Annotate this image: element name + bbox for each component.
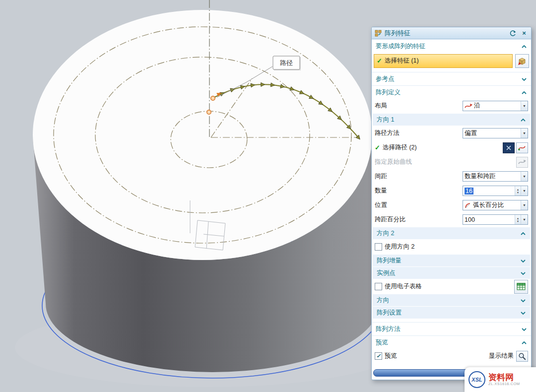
use-spreadsheet-label: 使用电子表格 xyxy=(385,282,422,291)
reset-icon[interactable] xyxy=(509,30,517,37)
spreadsheet-icon xyxy=(517,282,526,291)
path-tooltip: 路径 xyxy=(273,56,301,70)
chevron-down-icon: ▼ xyxy=(521,172,528,181)
chevron-down-icon: ▼ xyxy=(521,186,528,196)
group-header-definition[interactable]: 阵列定义 xyxy=(372,85,531,99)
curve-selection-button[interactable] xyxy=(516,142,528,153)
pattern-feature-icon xyxy=(375,30,382,37)
span-row: 跨距百分比 100 ▲▼ ▼ xyxy=(372,212,531,227)
location-value: 弧长百分比 xyxy=(473,201,521,209)
curve-disabled-icon xyxy=(518,159,526,165)
use-spreadsheet-checkbox[interactable] xyxy=(375,283,382,290)
chevron-down-icon xyxy=(520,270,526,276)
along-path-icon xyxy=(465,103,472,109)
site-url: ZL.XS1616.COM xyxy=(488,382,520,387)
close-icon[interactable]: × xyxy=(520,29,528,37)
subgroup-header-orientation[interactable]: 方向 xyxy=(373,294,530,306)
group-label: 实例点 xyxy=(377,269,520,277)
magnifier-icon xyxy=(518,352,526,360)
count-label: 数量 xyxy=(375,187,387,195)
subgroup-header-settings[interactable]: 阵列设置 xyxy=(373,307,530,319)
subgroup-header-increment[interactable]: 阵列增量 xyxy=(373,255,530,266)
chevron-down-icon xyxy=(520,258,526,263)
use-direction2-checkbox[interactable] xyxy=(375,243,382,251)
layout-label: 布局 xyxy=(375,102,387,110)
spacing-value: 数量和跨距 xyxy=(465,172,521,181)
preview-label: 预览 xyxy=(385,352,397,360)
show-result-button[interactable] xyxy=(516,351,528,362)
use-spreadsheet-row: 使用电子表格 xyxy=(372,279,531,294)
select-path-row: ✓ 选择路径 (2) xyxy=(372,140,531,155)
chevron-down-icon: ▼ xyxy=(521,200,528,210)
use-direction2-row: 使用方向 2 xyxy=(372,240,531,254)
group-header-preview[interactable]: 预览 xyxy=(372,335,531,349)
spreadsheet-button[interactable] xyxy=(514,280,528,294)
curve-icon xyxy=(518,145,526,151)
cylinder-top-face[interactable] xyxy=(33,10,372,260)
chevron-up-icon xyxy=(520,231,526,236)
group-label: 预览 xyxy=(376,338,521,347)
spinner-arrows[interactable]: ▲▼ xyxy=(515,186,521,196)
chevron-down-icon xyxy=(520,310,526,316)
subgroup-header-instance-points[interactable]: 实例点 xyxy=(373,267,530,279)
cylinder-body[interactable] xyxy=(33,10,379,372)
select-object-button[interactable] xyxy=(515,54,529,68)
select-object-icon xyxy=(518,57,527,65)
group-label: 阵列定义 xyxy=(376,88,521,97)
original-curve-row: 指定原始曲线 xyxy=(372,155,531,169)
count-input[interactable]: 16 ▲▼ ▼ xyxy=(463,186,528,196)
chevron-down-icon xyxy=(521,76,527,82)
subgroup-header-direction1[interactable]: 方向 1 xyxy=(373,114,530,126)
watermark-logo: XSL xyxy=(469,371,485,388)
preview-row: ✓ 预览 显示结果 xyxy=(372,349,531,363)
location-label: 位置 xyxy=(375,201,387,209)
pattern-feature-dialog: 阵列特征 × 要形成阵列的特征 ✓ 选择特征 (1) 参考点 xyxy=(371,27,532,380)
chevron-up-icon xyxy=(521,340,527,345)
select-feature-field[interactable]: ✓ 选择特征 (1) xyxy=(374,54,513,68)
group-label: 阵列方法 xyxy=(376,325,521,333)
dialog-titlebar[interactable]: 阵列特征 × xyxy=(372,27,531,39)
path-method-row: 路径方法 偏置 ▼ xyxy=(372,126,531,140)
spacing-dropdown[interactable]: 数量和跨距 ▼ xyxy=(463,171,528,182)
layout-dropdown[interactable]: 沿 ▼ xyxy=(463,101,528,111)
original-curve-label: 指定原始曲线 xyxy=(375,158,412,166)
arc-length-icon xyxy=(465,202,471,208)
chevron-down-icon: ▼ xyxy=(521,215,528,224)
span-input[interactable]: 100 ▲▼ ▼ xyxy=(463,214,528,225)
count-value: 16 xyxy=(465,188,473,195)
group-header-method[interactable]: 阵列方法 xyxy=(372,322,531,335)
group-header-reference-point[interactable]: 参考点 xyxy=(372,72,531,85)
group-label: 阵列设置 xyxy=(377,309,520,317)
check-icon: ✓ xyxy=(375,144,380,151)
show-result-label: 显示结果 xyxy=(489,352,514,360)
location-dropdown[interactable]: 弧长百分比 ▼ xyxy=(463,200,528,210)
select-feature-label: 选择特征 (1) xyxy=(385,57,419,65)
chevron-down-icon xyxy=(520,298,526,303)
select-path-label: 选择路径 (2) xyxy=(383,143,417,152)
chevron-up-icon xyxy=(521,90,527,95)
svg-text:路径: 路径 xyxy=(280,59,293,66)
location-row: 位置 弧长百分比 ▼ xyxy=(372,198,531,212)
group-label: 参考点 xyxy=(376,75,521,83)
span-label: 跨距百分比 xyxy=(375,215,406,224)
subgroup-header-direction2[interactable]: 方向 2 xyxy=(373,227,530,239)
spinner-arrows[interactable]: ▲▼ xyxy=(515,215,521,224)
layout-value: 沿 xyxy=(474,102,521,110)
group-label: 阵列增量 xyxy=(377,257,520,265)
dialog-title: 阵列特征 xyxy=(385,29,506,38)
specify-original-curve-button xyxy=(516,157,528,168)
chevron-up-icon xyxy=(521,44,527,49)
chevron-up-icon xyxy=(520,117,526,123)
use-direction2-label: 使用方向 2 xyxy=(385,243,414,251)
path-method-value: 偏置 xyxy=(465,129,521,137)
path-method-dropdown[interactable]: 偏置 ▼ xyxy=(463,128,528,138)
selection-filter-button[interactable] xyxy=(503,142,515,153)
preview-checkbox[interactable]: ✓ xyxy=(375,352,382,360)
count-row: 数量 16 ▲▼ ▼ xyxy=(372,184,531,198)
span-value: 100 xyxy=(465,216,515,223)
check-icon: ✓ xyxy=(377,57,382,65)
watermark: XSL 资料网 ZL.XS1616.COM xyxy=(465,367,536,392)
select-feature-row: ✓ 选择特征 (1) xyxy=(372,53,531,69)
group-header-feature[interactable]: 要形成阵列的特征 xyxy=(372,39,531,53)
layout-row: 布局 沿 ▼ xyxy=(372,99,531,113)
